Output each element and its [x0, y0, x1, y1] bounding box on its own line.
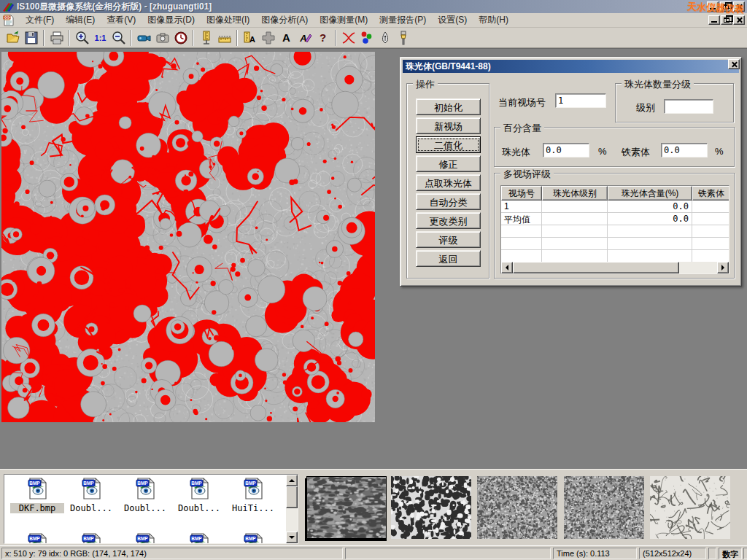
file-item[interactable]: [172, 533, 226, 544]
dialog-close-button[interactable]: [728, 59, 740, 69]
mdi-window-controls: [708, 15, 745, 25]
window-controls: [707, 1, 745, 12]
scroll-up-button[interactable]: [286, 475, 298, 486]
file-item[interactable]: Doubl...: [172, 478, 226, 513]
svg-text:A: A: [299, 33, 306, 44]
menu-image-analysis[interactable]: 图像分析(A): [255, 12, 314, 28]
menu-view[interactable]: 查看(V): [101, 12, 142, 28]
timer-button[interactable]: [171, 29, 190, 47]
current-field-label: 当前视场号: [498, 96, 546, 109]
file-item[interactable]: [64, 533, 118, 544]
file-item[interactable]: Doubl...: [118, 478, 172, 513]
file-item[interactable]: DKF.bmp: [10, 478, 64, 513]
pearlite-input[interactable]: 0.0: [543, 143, 589, 158]
scrollbar-thumb[interactable]: [286, 486, 298, 508]
file-item[interactable]: [10, 533, 64, 544]
scroll-left-button[interactable]: [501, 262, 513, 273]
mdi-close-button[interactable]: [733, 15, 745, 25]
correct-button[interactable]: 修正: [416, 155, 481, 172]
one-to-one-icon: 1:1: [95, 34, 107, 42]
horizontal-ruler-icon: [217, 31, 232, 45]
text-annotation-button[interactable]: A: [277, 29, 295, 47]
document-system-icon[interactable]: DOC: [3, 15, 15, 26]
file-item[interactable]: [118, 533, 172, 544]
curve-tool-button[interactable]: [339, 29, 357, 47]
bmp-file-icon: [244, 533, 263, 544]
initialize-button[interactable]: 初始化: [416, 98, 481, 115]
current-field-input[interactable]: 1: [555, 93, 606, 108]
level-input[interactable]: [664, 99, 713, 114]
multifield-table[interactable]: 视场号 珠光体级别 珠光体含量(%) 铁素体 1 0.0 平均值: [500, 185, 729, 274]
video-capture-button[interactable]: [135, 29, 153, 47]
table-horizontal-scrollbar[interactable]: [501, 262, 729, 273]
measure-text-button[interactable]: A: [241, 29, 259, 47]
pearlite-label: 珠光体: [502, 146, 530, 159]
minimize-button[interactable]: [707, 1, 719, 12]
zoom-in-button[interactable]: [73, 29, 91, 47]
change-class-button[interactable]: 更改类别: [416, 212, 481, 229]
grade-button[interactable]: 评级: [416, 231, 481, 248]
header-pearlite-level[interactable]: 珠光体级别: [542, 186, 608, 201]
brush-tool-button[interactable]: [394, 29, 412, 47]
scroll-right-button[interactable]: [717, 262, 729, 273]
edit-text-button[interactable]: A: [295, 29, 314, 47]
open-button[interactable]: [4, 29, 22, 47]
menu-help[interactable]: 帮助(H): [473, 12, 514, 28]
file-item[interactable]: Doubl...: [64, 478, 118, 513]
print-button[interactable]: [47, 29, 66, 47]
scrollbar-thumb[interactable]: [513, 262, 679, 273]
mdi-restore-button[interactable]: [721, 15, 732, 25]
thumbnail-4[interactable]: [564, 476, 644, 539]
header-ferrite[interactable]: 铁素体: [692, 186, 729, 201]
dialog-title-bar[interactable]: 珠光体(GB/T9441-88): [403, 60, 739, 73]
table-row[interactable]: 平均值 0.0: [501, 213, 729, 225]
menu-settings[interactable]: 设置(S): [432, 12, 473, 28]
header-field-no[interactable]: 视场号: [501, 186, 542, 201]
thumbnail-1[interactable]: [306, 476, 387, 539]
file-item[interactable]: [226, 533, 280, 544]
menu-measure-report[interactable]: 测量报告(P): [374, 12, 432, 28]
ruler-button[interactable]: [215, 29, 233, 47]
pick-pearlite-button[interactable]: 点取珠光体: [416, 174, 481, 191]
save-button[interactable]: [22, 29, 40, 47]
file-list-scrollbar[interactable]: [286, 475, 298, 543]
zoom-out-button[interactable]: [109, 29, 128, 47]
camera-capture-button[interactable]: [153, 29, 171, 47]
ferrite-input[interactable]: 0.0: [661, 143, 708, 158]
table-row[interactable]: 1 0.0: [501, 201, 729, 213]
actual-size-button[interactable]: 1:1: [91, 29, 109, 47]
image-size-status: (512x512x24): [639, 548, 706, 559]
mdi-minimize-button[interactable]: [708, 15, 720, 25]
thumbnail-5[interactable]: [650, 476, 730, 539]
caliper-button[interactable]: [197, 29, 215, 47]
bmp-file-icon: [190, 533, 209, 544]
menu-edit[interactable]: 编辑(E): [60, 12, 101, 28]
merge-button[interactable]: [259, 29, 277, 47]
menu-image-processing[interactable]: 图像处理(I): [201, 12, 255, 28]
restore-button[interactable]: [720, 1, 732, 12]
file-name: Doubl...: [172, 503, 226, 513]
menu-image-measure[interactable]: 图像测量(M): [314, 12, 374, 28]
new-field-button[interactable]: 新视场: [416, 117, 481, 134]
thumbnail-2[interactable]: [391, 476, 471, 539]
help-button[interactable]: ?: [314, 29, 332, 47]
pen-tool-button[interactable]: [376, 29, 394, 47]
file-item[interactable]: HuiTi...: [226, 478, 280, 513]
thumbnail-3[interactable]: [477, 476, 557, 539]
return-button[interactable]: 返回: [416, 250, 481, 267]
header-pearlite-content[interactable]: 珠光体含量(%): [608, 186, 692, 201]
level-label: 级别: [636, 101, 655, 114]
auto-classify-button[interactable]: 自动分类: [416, 193, 481, 210]
particle-classify-button[interactable]: [357, 29, 376, 47]
close-button[interactable]: [733, 1, 745, 12]
binarize-button[interactable]: 二值化: [416, 136, 481, 153]
letter-a-icon: A: [282, 31, 290, 44]
menu-file[interactable]: 文件(F): [20, 12, 60, 28]
time-status: Time (s): 0.113: [553, 548, 637, 559]
metallograph-image[interactable]: [1, 52, 375, 422]
scroll-down-button[interactable]: [286, 532, 298, 543]
menu-image-display[interactable]: 图像显示(D): [142, 12, 201, 28]
title-bar: IS100显微摄像系统(金相分析版) - [zhuguangti01] 天水仪器…: [0, 0, 747, 13]
video-camera-icon: [137, 31, 152, 45]
table-row-empty: [501, 225, 729, 238]
